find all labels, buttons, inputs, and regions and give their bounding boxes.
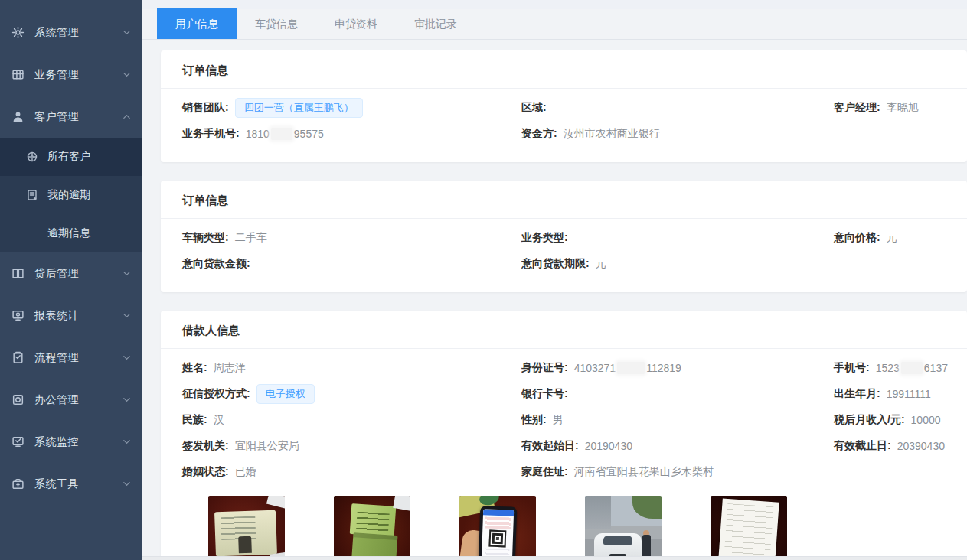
card-title: 订单信息: [161, 50, 967, 89]
credit-auth-tag[interactable]: 电子授权: [256, 384, 315, 404]
tab-approval-records[interactable]: 审批记录: [396, 8, 475, 39]
field-region: 区域:: [521, 95, 834, 121]
sidebar-item-report-statistics[interactable]: 报表统计: [0, 295, 142, 337]
field-ethnicity: 民族: 汉: [182, 407, 521, 433]
chevron-down-icon: [123, 353, 131, 362]
sidebar-item-all-customers[interactable]: 所有客户: [0, 138, 142, 176]
field-sales-team: 销售团队: 四团一营（直属王鹏飞）: [182, 95, 521, 121]
sidebar-item-label: 系统工具: [34, 477, 123, 491]
sidebar-item-system-monitor[interactable]: 系统监控: [0, 421, 142, 463]
field-birth-date: 出生年月: 19911111: [834, 381, 946, 407]
chevron-down-icon: [123, 480, 131, 488]
monitor-check-icon: [11, 435, 25, 448]
field-marital-status: 婚姻状态: 已婚: [182, 459, 521, 485]
card-title: 订单信息: [161, 181, 967, 219]
sidebar-item-my-overdue[interactable]: 我的逾期: [0, 176, 142, 214]
sales-team-tag[interactable]: 四团一营（直属王鹏飞）: [235, 98, 363, 118]
toolbox-icon: [11, 477, 25, 490]
field-gender: 性别: 男: [521, 407, 834, 433]
field-valid-to: 有效截止日: 20390430: [834, 433, 946, 459]
sidebar-item-process-management[interactable]: 流程管理: [0, 337, 142, 379]
sidebar-item-label: 所有客户: [47, 150, 90, 164]
tab-user-info[interactable]: 用户信息: [157, 8, 237, 39]
chevron-down-icon: [123, 396, 131, 404]
sidebar-item-system-tools[interactable]: 系统工具: [0, 463, 142, 505]
wheel-icon: [26, 151, 38, 163]
sidebar-item-label: 逾期信息: [47, 226, 90, 240]
monitor-icon: [11, 309, 25, 322]
tab-car-loan-info[interactable]: 车贷信息: [237, 8, 316, 39]
field-mobile-phone: 手机号: 15236137: [834, 355, 948, 381]
sidebar-item-label: 客户管理: [34, 110, 123, 124]
field-id-number: 身份证号: 4103271112819: [521, 355, 834, 381]
field-valid-from: 有效起始日: 20190430: [521, 433, 834, 459]
clipboard-icon: [11, 351, 25, 364]
detail-tabs: 用户信息 车贷信息 申贷资料 审批记录: [142, 9, 967, 40]
sidebar-item-post-loan-management[interactable]: 贷后管理: [0, 252, 142, 295]
redaction-blur: [271, 128, 292, 140]
id-card-photo-thumbnail[interactable]: [208, 496, 285, 560]
license-booklet-photo-thumbnail[interactable]: [334, 496, 410, 560]
field-bank-card: 银行卡号:: [521, 381, 834, 407]
field-intent-price: 意向价格: 元: [834, 225, 946, 251]
box-circle-icon: [11, 393, 25, 406]
sidebar-item-label: 办公管理: [34, 393, 123, 407]
gear-icon: [11, 26, 25, 39]
scroll-content[interactable]: 订单信息 销售团队: 四团一营（直属王鹏飞） 区域: 客户经理: 李晓旭: [142, 40, 967, 560]
sidebar-item-business-management[interactable]: 业务管理: [0, 54, 142, 96]
field-home-address: 家庭住址: 河南省宜阳县花果山乡木柴村: [521, 459, 834, 485]
book-icon: [11, 267, 25, 280]
customer-management-submenu: 所有客户 我的逾期 逾期信息: [0, 138, 142, 252]
field-intent-loan-amount: 意向贷款金额:: [182, 251, 521, 277]
notebook-icon: [26, 189, 38, 201]
person-with-car-photo-thumbnail[interactable]: [585, 496, 662, 560]
field-vehicle-type: 车辆类型: 二手车: [182, 225, 521, 251]
user-icon: [11, 110, 25, 123]
sidebar-item-label: 系统监控: [34, 435, 123, 449]
horizontal-scrollbar[interactable]: [142, 556, 967, 560]
main-content: 用户信息 车贷信息 申贷资料 审批记录 订单信息 销售团队: 四团一营（直属王鹏…: [142, 0, 967, 560]
field-credit-auth-method: 征信授权方式: 电子授权: [182, 381, 521, 407]
field-monthly-income: 税后月收入/元: 10000: [834, 407, 946, 433]
sidebar-item-system-management[interactable]: 系统管理: [0, 11, 142, 54]
field-name: 姓名: 周志洋: [182, 355, 521, 381]
chevron-down-icon: [123, 28, 131, 37]
grid-icon: [11, 68, 25, 81]
chevron-down-icon: [123, 311, 131, 320]
field-customer-manager: 客户经理: 李晓旭: [834, 95, 946, 121]
document-photos: 身份证 驾驶证照片: [182, 485, 946, 560]
sidebar-item-customer-management[interactable]: 客户管理: [0, 96, 142, 138]
sidebar-item-overdue-info[interactable]: 逾期信息: [0, 214, 142, 252]
borrower-info-card: 借款人信息 姓名: 周志洋 身份证号: 4103271112819 手机号: 1…: [161, 311, 967, 560]
sidebar-item-label: 贷后管理: [34, 267, 123, 281]
field-intent-loan-term: 意向贷款期限: 元: [521, 251, 834, 277]
paper-document-photo-thumbnail[interactable]: [711, 496, 787, 560]
sidebar-item-office-management[interactable]: 办公管理: [0, 379, 142, 421]
card-title: 借款人信息: [161, 311, 967, 349]
sidebar-item-label: 报表统计: [34, 309, 123, 323]
sidebar-item-label: 业务管理: [34, 68, 123, 82]
chevron-down-icon: [123, 269, 131, 278]
redaction-blur: [901, 362, 923, 374]
order-info-card: 订单信息 销售团队: 四团一营（直属王鹏飞） 区域: 客户经理: 李晓旭: [161, 50, 967, 162]
loan-intent-card: 订单信息 车辆类型: 二手车 业务类型: 意向价格: 元: [161, 181, 967, 292]
chevron-up-icon: [123, 112, 131, 121]
sidebar-item-label: 我的逾期: [47, 188, 90, 202]
tab-loan-application-materials[interactable]: 申贷资料: [316, 8, 396, 39]
field-business-type: 业务类型:: [521, 225, 834, 251]
sidebar-item-label: 系统管理: [34, 26, 123, 40]
sidebar-item-label: 流程管理: [34, 351, 123, 365]
phone-qr-screenshot-thumbnail[interactable]: [459, 496, 536, 560]
chevron-down-icon: [123, 438, 131, 446]
redaction-blur: [617, 362, 645, 374]
chevron-down-icon: [123, 70, 131, 79]
field-business-phone: 业务手机号: 181095575: [182, 121, 521, 147]
field-issuing-authority: 签发机关: 宜阳县公安局: [182, 433, 521, 459]
field-funder: 资金方: 汝州市农村商业银行: [521, 121, 834, 147]
sidebar: 系统管理 业务管理 客户管理 所有客户 我的逾期 逾期信息: [0, 0, 142, 560]
